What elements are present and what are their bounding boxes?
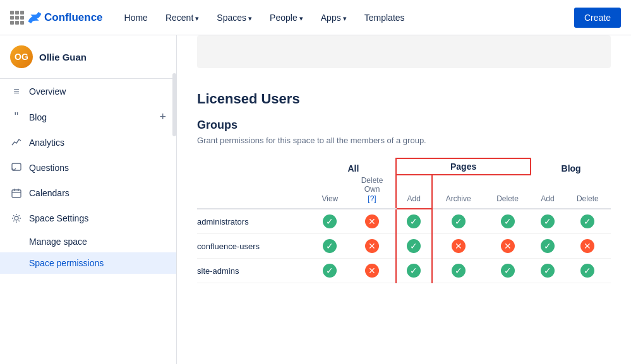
nav-people[interactable]: People — [263, 9, 309, 26]
table-header-groups: All Pages Blog — [197, 158, 611, 175]
group-name: confluence-users — [197, 234, 311, 259]
nav-apps[interactable]: Apps — [315, 9, 353, 26]
check-green-icon: ✓ — [407, 214, 421, 228]
col-pages-header: Pages — [396, 158, 531, 175]
sidebar-item-space-permissions[interactable]: Space permissions — [0, 252, 176, 274]
group-name: administrators — [197, 209, 311, 234]
add-blog-icon[interactable]: + — [159, 110, 166, 124]
check-red-icon: ✕ — [580, 239, 594, 253]
groups-description: Grant permissions for this space to all … — [197, 136, 611, 145]
check-green-icon: ✓ — [323, 239, 337, 253]
confluence-text: Confluence — [44, 11, 103, 24]
perm-delete-own[interactable]: ✕ — [349, 259, 396, 283]
table-header-sub: View DeleteOwn[?] Add Archive Delete Add… — [197, 175, 611, 209]
analytics-icon — [10, 136, 23, 149]
sidebar-user[interactable]: OG Ollie Guan — [0, 35, 176, 79]
table-row: site-admins ✓ ✕ ✓ ✓ ✓ ✓ ✓ — [197, 259, 611, 283]
col-pages-add: Add — [396, 175, 432, 209]
check-red-icon: ✕ — [452, 239, 466, 253]
table-row: confluence-users ✓ ✕ ✓ ✕ ✕ ✓ ✕ — [197, 234, 611, 259]
top-navigation: Confluence Home Recent Spaces People App… — [0, 0, 631, 35]
group-name: site-admins — [197, 259, 311, 283]
check-green-icon: ✓ — [541, 214, 555, 228]
sidebar-item-questions[interactable]: Questions — [0, 155, 176, 180]
sidebar: OG Ollie Guan ≡ Overview " Blog + Analyt… — [0, 35, 177, 364]
check-green-icon: ✓ — [323, 214, 337, 228]
sidebar-item-overview[interactable]: ≡ Overview — [0, 79, 176, 104]
check-green-icon: ✓ — [580, 264, 594, 278]
page-title: Licensed Users — [197, 91, 611, 107]
sidebar-item-label: Overview — [29, 86, 166, 97]
nav-templates[interactable]: Templates — [358, 9, 411, 26]
perm-pages-archive[interactable]: ✕ — [432, 234, 484, 259]
perm-blog-add[interactable]: ✓ — [531, 209, 564, 234]
perm-pages-delete[interactable]: ✕ — [484, 234, 531, 259]
nav-spaces[interactable]: Spaces — [210, 9, 258, 26]
nav-recent[interactable]: Recent — [159, 9, 205, 26]
sidebar-item-label: Calendars — [29, 188, 166, 198]
check-green-icon: ✓ — [452, 264, 466, 278]
check-green-icon: ✓ — [452, 214, 466, 228]
sidebar-item-space-settings[interactable]: Space Settings — [0, 206, 176, 231]
nav-logo[interactable]: Confluence — [10, 11, 103, 25]
check-red-icon: ✕ — [501, 239, 515, 253]
check-red-icon: ✕ — [365, 239, 379, 253]
check-red-icon: ✕ — [365, 214, 379, 228]
perm-view[interactable]: ✓ — [311, 209, 349, 234]
perm-blog-add[interactable]: ✓ — [531, 259, 564, 283]
table-row: administrators ✓ ✕ ✓ ✓ ✓ ✓ ✓ — [197, 209, 611, 234]
calendars-icon — [10, 187, 23, 199]
groups-heading: Groups — [197, 119, 611, 132]
nav-home[interactable]: Home — [118, 9, 154, 26]
col-blog-add: Add — [531, 175, 564, 209]
avatar: OG — [10, 45, 33, 68]
check-red-icon: ✕ — [365, 264, 379, 278]
space-settings-icon — [10, 212, 23, 225]
blog-icon: " — [10, 111, 23, 124]
check-green-icon: ✓ — [323, 264, 337, 278]
sidebar-item-label: Analytics — [29, 138, 166, 148]
col-pages-delete: Delete — [484, 175, 531, 209]
col-delete-own: DeleteOwn[?] — [349, 175, 396, 209]
perm-delete-own[interactable]: ✕ — [349, 234, 396, 259]
confluence-logo: Confluence — [28, 11, 103, 25]
page-section: Licensed Users Groups Grant permissions … — [197, 78, 611, 283]
perm-pages-add[interactable]: ✓ — [396, 259, 432, 283]
sidebar-item-label: Questions — [29, 163, 166, 173]
check-green-icon: ✓ — [541, 264, 555, 278]
perm-blog-add[interactable]: ✓ — [531, 234, 564, 259]
col-empty — [197, 175, 311, 209]
sidebar-scrollbar[interactable] — [172, 73, 176, 136]
overview-icon: ≡ — [10, 85, 23, 98]
perm-pages-delete[interactable]: ✓ — [484, 259, 531, 283]
svg-point-5 — [15, 216, 18, 220]
perm-pages-add[interactable]: ✓ — [396, 209, 432, 234]
perm-pages-archive[interactable]: ✓ — [432, 209, 484, 234]
sidebar-item-label: Blog — [29, 112, 153, 122]
create-button[interactable]: Create — [574, 8, 621, 28]
sidebar-item-label: Space Settings — [29, 213, 166, 223]
avatar-initials: OG — [10, 45, 33, 68]
perm-pages-delete[interactable]: ✓ — [484, 209, 531, 234]
perm-blog-delete[interactable]: ✓ — [565, 259, 611, 283]
main-layout: OG Ollie Guan ≡ Overview " Blog + Analyt… — [0, 35, 631, 364]
check-green-icon: ✓ — [501, 214, 515, 228]
sidebar-item-manage-space[interactable]: Manage space — [0, 231, 176, 252]
app-grid-icon — [10, 11, 24, 25]
col-blog-delete: Delete — [565, 175, 611, 209]
perm-blog-delete[interactable]: ✓ — [565, 209, 611, 234]
col-pages-archive: Archive — [432, 175, 484, 209]
sidebar-item-calendars[interactable]: Calendars — [0, 180, 176, 206]
perm-view[interactable]: ✓ — [311, 259, 349, 283]
sidebar-item-analytics[interactable]: Analytics — [0, 130, 176, 155]
check-green-icon: ✓ — [541, 239, 555, 253]
perm-pages-add[interactable]: ✓ — [396, 234, 432, 259]
perm-pages-archive[interactable]: ✓ — [432, 259, 484, 283]
perm-view[interactable]: ✓ — [311, 234, 349, 259]
perm-delete-own[interactable]: ✕ — [349, 209, 396, 234]
sidebar-username: Ollie Guan — [39, 52, 87, 62]
perm-blog-delete[interactable]: ✕ — [565, 234, 611, 259]
permissions-table: All Pages Blog View DeleteOwn[?] Add Arc… — [197, 158, 611, 283]
sidebar-item-blog[interactable]: " Blog + — [0, 104, 176, 130]
col-view: View — [311, 175, 349, 209]
